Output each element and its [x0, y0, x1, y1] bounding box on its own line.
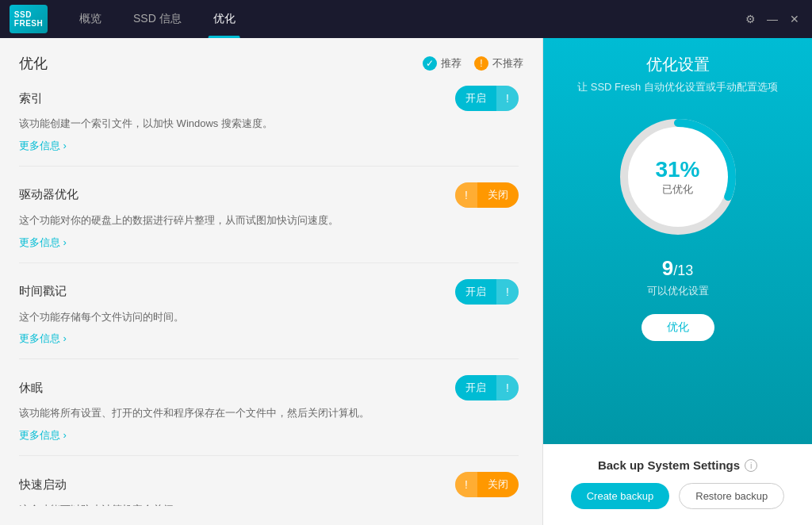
- opt-item-header: 休眠 开启 !: [19, 375, 519, 400]
- more-info-timestamp[interactable]: 更多信息 ›: [19, 331, 519, 346]
- app-logo: SSDFRESH: [10, 5, 48, 33]
- logo-area: SSDFRESH: [10, 5, 48, 33]
- more-info-hibernate[interactable]: 更多信息 ›: [19, 428, 519, 443]
- toggle-drive[interactable]: ! 关闭: [455, 182, 519, 208]
- opt-item-desc: 该功能创建一个索引文件，以加快 Windows 搜索速度。: [19, 116, 519, 132]
- opt-item-index: 索引 开启 ! 该功能创建一个索引文件，以加快 Windows 搜索速度。 更多…: [19, 86, 519, 167]
- tab-overview[interactable]: 概览: [63, 0, 117, 38]
- toggle-icon: !: [455, 472, 477, 497]
- right-title: 优化设置: [646, 54, 710, 75]
- toggle-hibernate[interactable]: 开启 !: [455, 375, 519, 400]
- more-info-drive[interactable]: 更多信息 ›: [19, 236, 519, 250]
- optimize-button[interactable]: 优化: [642, 314, 714, 341]
- stats-desc: 可以优化设置: [647, 284, 709, 298]
- opt-item-header: 驱动器优化 ! 关闭: [19, 182, 519, 208]
- toggle-timestamp[interactable]: 开启 !: [455, 279, 519, 305]
- backup-title-row: Back up System Settings i: [559, 458, 796, 472]
- right-top: 优化设置 让 SSD Fresh 自动优化设置或手动配置选项 31% 已优化 9…: [543, 38, 812, 444]
- settings-button[interactable]: ⚙: [742, 11, 758, 27]
- section-title: 优化: [19, 54, 48, 73]
- backup-section: Back up System Settings i Create backup …: [543, 444, 812, 525]
- info-icon[interactable]: i: [745, 459, 757, 472]
- not-recommended-icon: !: [474, 56, 488, 71]
- opt-item-header: 快速启动 ! 关闭: [19, 472, 519, 497]
- opt-item-desc: 这个功能存储每个文件访问的时间。: [19, 309, 519, 326]
- opt-item-header: 索引 开启 !: [19, 86, 519, 111]
- restore-backup-button[interactable]: Restore backup: [679, 483, 784, 509]
- stats-row: 9/13 可以优化设置: [647, 256, 709, 298]
- tab-optimize[interactable]: 优化: [197, 0, 251, 38]
- toggle-faststart[interactable]: ! 关闭: [455, 472, 519, 497]
- toggle-icon: !: [455, 182, 477, 208]
- close-button[interactable]: ✕: [787, 11, 802, 27]
- titlebar: SSDFRESH 概览 SSD 信息 优化 ⚙ — ✕: [0, 0, 812, 38]
- circle-label: 已优化: [655, 182, 699, 197]
- main-content: 优化 ✓ 推荐 ! 不推荐 索引 开启 !: [0, 38, 812, 525]
- circle-center: 31% 已优化: [655, 157, 699, 197]
- opt-item-drive: 驱动器优化 ! 关闭 这个功能对你的硬盘上的数据进行碎片整理，从而试图加快访问速…: [19, 182, 519, 263]
- toggle-index[interactable]: 开启 !: [455, 86, 519, 111]
- stats-number: 9/13: [647, 256, 709, 281]
- opt-item-desc: 这个功能可以防止计算机完全关闭。: [19, 502, 519, 506]
- opt-item-title: 时间戳记: [19, 284, 67, 299]
- left-panel: 优化 ✓ 推荐 ! 不推荐 索引 开启 !: [0, 38, 542, 525]
- opt-item-title: 驱动器优化: [19, 187, 79, 202]
- nav-tabs: 概览 SSD 信息 优化: [63, 0, 802, 38]
- opt-item-timestamp: 时间戳记 开启 ! 这个功能存储每个文件访问的时间。 更多信息 ›: [19, 279, 519, 360]
- legend-recommended: ✓ 推荐: [423, 56, 462, 71]
- opt-item-faststart: 快速启动 ! 关闭 这个功能可以防止计算机完全关闭。 更多信息 ›: [19, 472, 519, 506]
- progress-circle-container: 31% 已优化: [615, 113, 741, 240]
- legend: ✓ 推荐 ! 不推荐: [423, 56, 523, 71]
- legend-not-recommended: ! 不推荐: [474, 56, 523, 71]
- recommended-icon: ✓: [423, 56, 437, 71]
- circle-percent: 31%: [655, 157, 699, 182]
- backup-title: Back up System Settings: [598, 458, 740, 472]
- minimize-button[interactable]: —: [764, 11, 780, 27]
- tab-ssd-info[interactable]: SSD 信息: [117, 0, 197, 38]
- right-subtitle: 让 SSD Fresh 自动优化设置或手动配置选项: [577, 80, 778, 94]
- toggle-icon: !: [496, 86, 519, 111]
- toggle-icon: !: [496, 375, 519, 400]
- right-panel: 优化设置 让 SSD Fresh 自动优化设置或手动配置选项 31% 已优化 9…: [542, 38, 812, 525]
- toggle-icon: !: [496, 279, 519, 305]
- opt-item-title: 快速启动: [19, 477, 67, 492]
- opt-item-title: 休眠: [19, 381, 43, 396]
- left-header: 优化 ✓ 推荐 ! 不推荐: [19, 54, 523, 73]
- window-controls: ⚙ — ✕: [742, 11, 802, 27]
- create-backup-button[interactable]: Create backup: [571, 483, 670, 509]
- opt-item-header: 时间戳记 开启 !: [19, 279, 519, 305]
- opt-item-desc: 该功能将所有设置、打开的文件和程序保存在一个文件中，然后关闭计算机。: [19, 405, 519, 422]
- more-info-index[interactable]: 更多信息 ›: [19, 139, 519, 153]
- opt-item-hibernate: 休眠 开启 ! 该功能将所有设置、打开的文件和程序保存在一个文件中，然后关闭计算…: [19, 375, 519, 456]
- backup-buttons: Create backup Restore backup: [559, 483, 796, 509]
- optimization-list[interactable]: 索引 开启 ! 该功能创建一个索引文件，以加快 Windows 搜索速度。 更多…: [19, 86, 523, 506]
- opt-item-title: 索引: [19, 91, 43, 106]
- opt-item-desc: 这个功能对你的硬盘上的数据进行碎片整理，从而试图加快访问速度。: [19, 213, 519, 229]
